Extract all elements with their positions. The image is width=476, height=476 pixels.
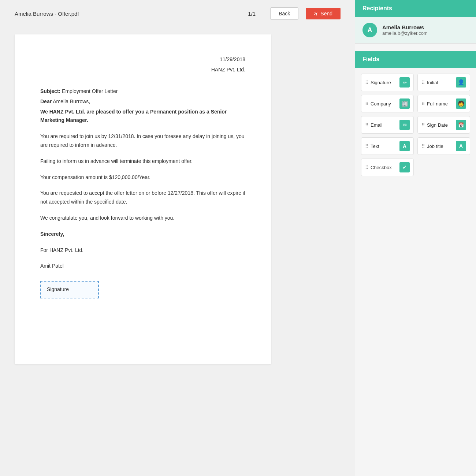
- dear-prefix: Dear: [40, 98, 52, 104]
- field-signdate[interactable]: ⠿ Sign Date 📅: [417, 116, 470, 134]
- document-container: 11/29/2018 HANZ Pvt. Ltd. Subject: Emplo…: [0, 27, 355, 476]
- recipient-item[interactable]: A Amelia Burrows amelia.b@zylker.com: [355, 17, 476, 44]
- field-label-signature: Signature: [371, 80, 391, 85]
- dear-text: Amelia Burrows,: [52, 98, 90, 104]
- field-label-initial: Initial: [427, 80, 438, 85]
- field-text[interactable]: ⠿ Text A: [361, 137, 414, 155]
- recipient-email: amelia.b@zylker.com: [382, 30, 428, 36]
- toolbar: Amelia Burrows - Offer.pdf 1/1 Back ✈ Se…: [0, 0, 355, 27]
- field-label-text: Text: [371, 144, 379, 149]
- drag-handle-email: ⠿ Email: [365, 122, 399, 128]
- drag-handle-initial: ⠿ Initial: [421, 80, 456, 85]
- subject-line: Subject: Employment Offer Letter: [40, 87, 245, 96]
- page-indicator: 1/1: [248, 11, 256, 17]
- drag-dots-signdate: ⠿: [421, 122, 425, 128]
- send-icon: ✈: [313, 10, 320, 17]
- initial-field-icon: 👤: [456, 77, 466, 88]
- document-company: HANZ Pvt. Ltd.: [40, 67, 245, 72]
- subject-prefix: Subject:: [40, 88, 60, 94]
- field-checkbox[interactable]: ⠿ Checkbox ✓: [361, 159, 414, 176]
- field-label-signdate: Sign Date: [427, 122, 448, 128]
- drag-dots-signature: ⠿: [365, 80, 368, 85]
- para6: We congratulate you, and look forward to…: [40, 214, 245, 223]
- signature-field-icon: ✏: [399, 77, 410, 88]
- field-label-company: Company: [371, 101, 391, 107]
- field-label-jobtitle: Job title: [427, 144, 443, 149]
- drag-handle-signature: ⠿ Signature: [365, 80, 399, 85]
- field-email[interactable]: ⠿ Email ✉: [361, 116, 414, 134]
- drag-dots-fullname: ⠿: [421, 101, 425, 107]
- para5: You are requested to accept the offer le…: [40, 189, 245, 207]
- company-field-icon: 🏢: [399, 98, 410, 109]
- back-button[interactable]: Back: [270, 7, 298, 20]
- fields-header: Fields: [355, 51, 476, 68]
- para3: Failing to inform us in advance will ter…: [40, 157, 245, 166]
- sidebar: Recipients A Amelia Burrows amelia.b@zyl…: [355, 0, 476, 476]
- fields-grid: ⠿ Signature ✏ ⠿ Initial 👤 ⠿ Company 🏢 ⠿: [355, 68, 476, 182]
- subject-text: Employment Offer Letter: [60, 88, 118, 94]
- document-body: Subject: Employment Offer Letter Dear Am…: [40, 87, 245, 298]
- field-initial[interactable]: ⠿ Initial 👤: [417, 74, 470, 91]
- field-fullname[interactable]: ⠿ Full name 🧑: [417, 95, 470, 112]
- drag-dots-email: ⠿: [365, 122, 368, 128]
- dear-line: Dear Amelia Burrows,: [40, 97, 245, 106]
- sincerely: Sincerely,: [40, 230, 245, 239]
- drag-handle-text: ⠿ Text: [365, 144, 399, 149]
- field-signature[interactable]: ⠿ Signature ✏: [361, 74, 414, 91]
- send-button[interactable]: ✈ Send: [306, 8, 341, 19]
- recipient-info: Amelia Burrows amelia.b@zylker.com: [382, 24, 428, 36]
- for-company: For HANZ Pvt. Ltd.: [40, 246, 245, 255]
- main-area: Amelia Burrows - Offer.pdf 1/1 Back ✈ Se…: [0, 0, 355, 476]
- signdate-field-icon: 📅: [456, 120, 466, 130]
- recipient-name: Amelia Burrows: [382, 24, 428, 30]
- drag-dots-company: ⠿: [365, 101, 368, 107]
- document-date: 11/29/2018: [40, 56, 245, 62]
- drag-dots-jobtitle: ⠿: [421, 144, 425, 149]
- drag-dots-text: ⠿: [365, 144, 368, 149]
- signature-field[interactable]: Signature: [40, 281, 99, 298]
- recipients-header: Recipients: [355, 0, 476, 17]
- drag-handle-company: ⠿ Company: [365, 101, 399, 107]
- field-label-email: Email: [371, 122, 383, 128]
- text-field-icon: A: [399, 141, 410, 151]
- field-company[interactable]: ⠿ Company 🏢: [361, 95, 414, 112]
- fullname-field-icon: 🧑: [456, 98, 466, 109]
- drag-handle-signdate: ⠿ Sign Date: [421, 122, 456, 128]
- field-jobtitle[interactable]: ⠿ Job title A: [417, 137, 470, 155]
- jobtitle-field-icon: A: [456, 141, 466, 151]
- document: 11/29/2018 HANZ Pvt. Ltd. Subject: Emplo…: [15, 34, 271, 364]
- para1: We HANZ Pvt. Ltd. are pleased to offer y…: [40, 108, 245, 125]
- field-label-fullname: Full name: [427, 101, 448, 107]
- para4: Your compensation amount is $120,000.00/…: [40, 173, 245, 182]
- drag-dots-initial: ⠿: [421, 80, 425, 85]
- avatar: A: [362, 23, 377, 37]
- drag-handle-fullname: ⠿ Full name: [421, 101, 456, 107]
- field-label-checkbox: Checkbox: [371, 165, 392, 170]
- checkbox-field-icon: ✓: [399, 162, 410, 172]
- document-filename: Amelia Burrows - Offer.pdf: [15, 11, 241, 17]
- drag-dots-checkbox: ⠿: [365, 165, 368, 170]
- para2: You are required to join us by 12/31/201…: [40, 132, 245, 150]
- drag-handle-jobtitle: ⠿ Job title: [421, 144, 456, 149]
- drag-handle-checkbox: ⠿ Checkbox: [365, 165, 399, 170]
- email-field-icon: ✉: [399, 120, 410, 130]
- signatory: Amit Patel: [40, 262, 245, 271]
